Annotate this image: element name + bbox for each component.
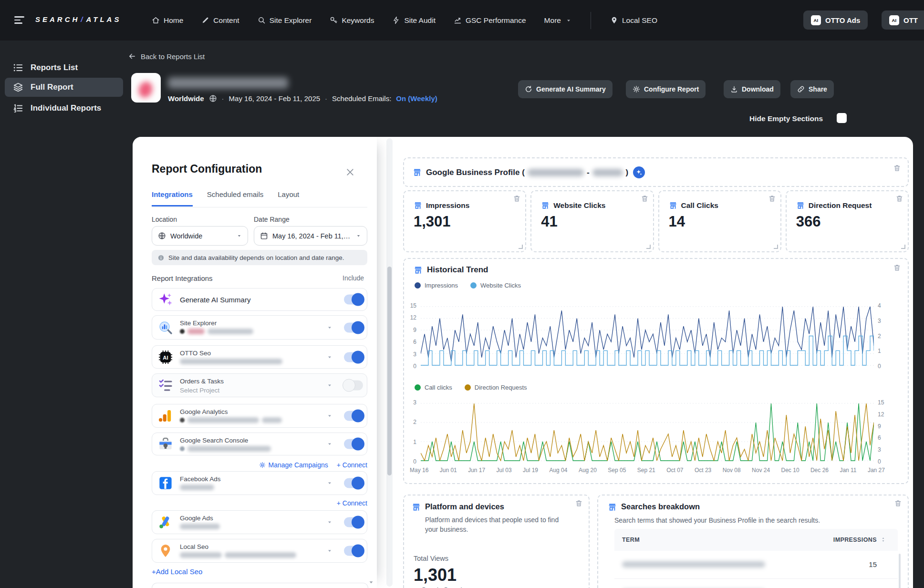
- nav-item-more[interactable]: More: [544, 16, 571, 25]
- table-row[interactable]: 15: [614, 579, 898, 588]
- delete-section-icon[interactable]: [893, 264, 901, 272]
- nav-item-local-seo[interactable]: Local SEO: [610, 16, 657, 25]
- chevron-down-icon[interactable]: [327, 441, 332, 447]
- otto-ads-button[interactable]: AI OTTO Ads: [803, 10, 868, 30]
- include-toggle-google-analytics[interactable]: [344, 411, 363, 421]
- search-atlas-logo[interactable]: SEARCH/ATLAS: [35, 15, 121, 23]
- searches-breakdown-section: Searches breakdown Search terms that sho…: [597, 495, 909, 588]
- generate-ai-summary-button[interactable]: Generate AI Summary: [518, 80, 613, 98]
- impressions-column-header[interactable]: IMPRESSIONS: [833, 536, 877, 543]
- config-scrollbar-thumb[interactable]: [387, 267, 392, 475]
- share-button[interactable]: Share: [790, 80, 834, 98]
- add-local-seo-link[interactable]: +Add Local Seo: [152, 567, 202, 576]
- nav-item-home[interactable]: Home: [152, 16, 183, 25]
- button-label: Share: [809, 85, 827, 93]
- nav-item-gsc-performance[interactable]: GSC Performance: [454, 16, 526, 25]
- metric-card-website-clicks: Website Clicks41: [530, 190, 654, 252]
- delete-widget-icon[interactable]: [641, 195, 649, 203]
- term-column-header[interactable]: TERM: [622, 536, 640, 543]
- axis-tick: 2: [413, 419, 416, 425]
- searches-table: TERM IMPRESSIONS 1515: [614, 529, 898, 588]
- logo-text-right: ATLAS: [86, 15, 122, 23]
- platform-devices-subtitle: Platform and devices that people used to…: [425, 515, 568, 535]
- sidebar-item-reports-list[interactable]: Reports List: [5, 58, 123, 77]
- metric-card-impressions: Impressions1,301: [403, 190, 526, 252]
- chevron-down-icon[interactable]: [327, 480, 332, 486]
- location-select[interactable]: Worldwide: [152, 226, 248, 246]
- otto-secondary-label: OTT: [903, 16, 918, 24]
- chart2-left-axis: 3210: [404, 399, 416, 465]
- integration-local-seo: Local Seo: [152, 539, 367, 563]
- tab-integrations[interactable]: Integrations: [152, 190, 193, 205]
- connect-link[interactable]: + Connect: [337, 499, 367, 507]
- redacted-text: [180, 485, 214, 490]
- otto-ads-label: OTTO Ads: [825, 16, 860, 24]
- resize-handle[interactable]: [774, 245, 778, 249]
- delete-widget-icon[interactable]: [513, 195, 521, 203]
- chevron-down-icon[interactable]: [327, 413, 332, 419]
- scroll-down-icon[interactable]: [368, 579, 374, 585]
- chevron-down-icon[interactable]: [327, 354, 332, 360]
- legend-item-website-clicks: Website Clicks: [470, 282, 521, 289]
- include-toggle-orders-tasks[interactable]: [344, 381, 363, 391]
- sort-icon[interactable]: [880, 536, 886, 543]
- redacted-text: [225, 552, 296, 558]
- chevron-down-icon[interactable]: [327, 519, 332, 525]
- nav-item-label: GSC Performance: [466, 16, 526, 25]
- hide-empty-sections-checkbox[interactable]: [837, 113, 847, 123]
- tab-layout[interactable]: Layout: [278, 190, 299, 205]
- metric-card-call-clicks: Call Clicks14: [658, 190, 781, 252]
- manage-campaigns-link[interactable]: Manage Campaigns: [259, 461, 328, 469]
- delete-section-icon[interactable]: [894, 499, 902, 507]
- metric-label: Impressions: [426, 201, 469, 210]
- resize-handle[interactable]: [646, 245, 651, 249]
- ai-sparkle-badge-icon[interactable]: [633, 166, 645, 178]
- delete-section-icon[interactable]: [893, 164, 901, 172]
- menu-toggle-icon[interactable]: [14, 16, 26, 24]
- report-location: Worldwide: [168, 94, 204, 103]
- include-toggle-otto-seo[interactable]: [344, 352, 363, 362]
- back-to-reports-link[interactable]: Back to Reports List: [128, 52, 205, 61]
- include-toggle-local-seo[interactable]: [344, 546, 363, 556]
- chevron-down-icon[interactable]: [327, 325, 332, 330]
- nav-item-site-explorer[interactable]: Site Explorer: [258, 16, 312, 25]
- include-toggle-facebook-ads[interactable]: [344, 478, 363, 488]
- delete-widget-icon[interactable]: [895, 195, 903, 203]
- include-toggle-site-explorer[interactable]: [344, 322, 363, 332]
- resize-handle[interactable]: [901, 245, 905, 249]
- sidebar-item-full-report[interactable]: Full Report: [5, 78, 123, 97]
- close-icon[interactable]: [345, 167, 355, 177]
- sidebar-item-individual-reports[interactable]: Individual Reports: [5, 99, 123, 118]
- integration-google-ads: Google Ads: [152, 510, 367, 534]
- nav-item-keywords[interactable]: Keywords: [330, 16, 374, 25]
- chevron-down-icon[interactable]: [327, 382, 332, 388]
- include-toggle-google-ads[interactable]: [344, 517, 363, 527]
- axis-tick: 6: [413, 339, 416, 345]
- table-scrollbar[interactable]: [899, 554, 901, 588]
- delete-widget-icon[interactable]: [768, 195, 776, 203]
- include-toggle-generate-ai-summary[interactable]: [344, 295, 363, 305]
- axis-tick: 3: [413, 351, 416, 358]
- configure-report-button[interactable]: Configure Report: [626, 80, 706, 98]
- download-button[interactable]: Download: [724, 80, 780, 98]
- nav-item-content[interactable]: Content: [201, 16, 239, 25]
- table-row[interactable]: 15: [614, 551, 898, 579]
- axis-tick: 12: [410, 314, 416, 321]
- resize-handle[interactable]: [519, 245, 523, 249]
- delete-section-icon[interactable]: [575, 499, 583, 507]
- axis-tick: 0: [878, 458, 881, 465]
- include-toggle-google-search-console[interactable]: [344, 439, 363, 449]
- scheduled-emails-value[interactable]: On (Weekly): [396, 94, 437, 103]
- integration-subtitle: Select Project: [180, 387, 219, 394]
- otto-secondary-button[interactable]: AI OTT: [882, 10, 924, 30]
- impressions-value: 15: [869, 560, 877, 568]
- date-range-select[interactable]: May 16, 2024 - Feb 11, 20...: [254, 226, 367, 246]
- tab-scheduled-emails[interactable]: Scheduled emails: [207, 190, 263, 205]
- platform-devices-title: Platform and devices: [425, 502, 504, 511]
- chevron-down-icon[interactable]: [327, 548, 332, 554]
- integration-label: Google Analytics: [180, 408, 228, 415]
- legend-item-impressions: Impressions: [415, 282, 458, 289]
- chart-legend-calls: Call clicksDirection Requests: [415, 384, 527, 391]
- connect-link[interactable]: + Connect: [337, 461, 367, 469]
- nav-item-site-audit[interactable]: Site Audit: [392, 16, 436, 25]
